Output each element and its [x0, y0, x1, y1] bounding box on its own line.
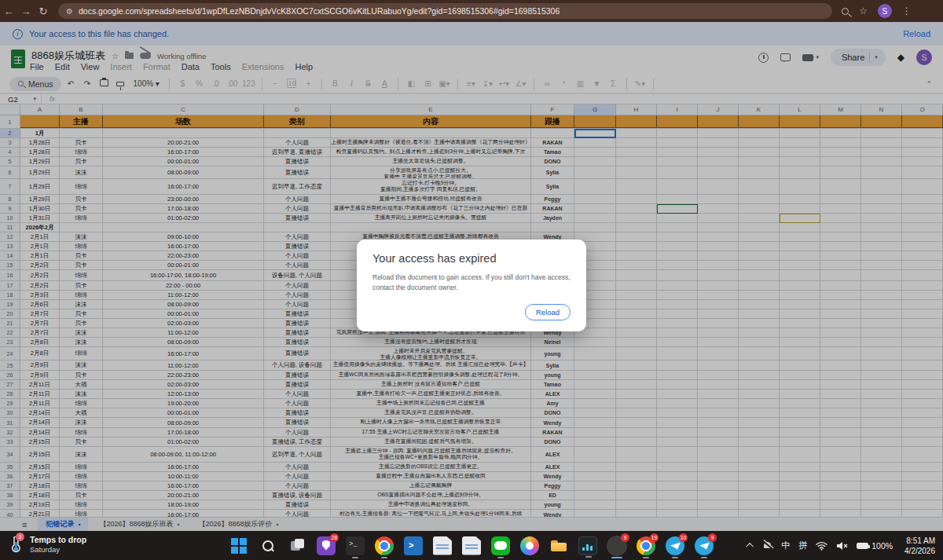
zoom-icon[interactable] — [842, 8, 849, 15]
browser-avatar[interactable]: S — [878, 4, 892, 18]
open-indicator — [672, 557, 678, 558]
dialog-title: Your access has expired — [372, 252, 571, 265]
line-messenger-icon[interactable] — [491, 536, 510, 555]
badge: 10 — [679, 533, 688, 542]
terminal-icon[interactable] — [346, 536, 365, 555]
site-info-icon[interactable]: ⚙ — [66, 7, 73, 16]
bookmark-star-icon[interactable]: ☆ — [859, 5, 868, 16]
telegram-2-icon[interactable]: 9 — [695, 536, 714, 555]
task-manager-icon[interactable] — [578, 536, 597, 555]
telegram-icon[interactable]: 10 — [666, 536, 684, 555]
file-explorer-icon[interactable] — [549, 536, 568, 555]
chrome-active-icon[interactable]: 9 — [607, 536, 626, 555]
back-icon[interactable]: ← — [0, 5, 17, 17]
open-indicator — [381, 557, 387, 558]
powershell-icon[interactable] — [404, 536, 423, 555]
address-bar[interactable]: ⚙ docs.google.com/spreadsheets/d/1wpDfLe… — [58, 3, 832, 19]
open-indicator — [701, 557, 707, 558]
dialog-body: Reload this document to gain access. If … — [372, 273, 571, 293]
wifi-icon[interactable] — [816, 541, 827, 551]
url-text: docs.google.com/spreadsheets/d/1wpDfLezN… — [79, 6, 560, 16]
browser-toolbar: ← → ↻ ⚙ docs.google.com/spreadsheets/d/1… — [0, 0, 943, 22]
page-content: i Your access to this file has changed. … — [0, 22, 943, 531]
badge: 9 — [708, 533, 717, 542]
notifications-off-icon[interactable] — [762, 540, 772, 551]
open-indicator — [352, 557, 358, 558]
volume-muted-icon[interactable] — [836, 541, 848, 551]
text-editor-2-icon[interactable] — [462, 536, 481, 555]
system-tray: 中 拼 100% 8:51 AM 4/2/2026 — [748, 531, 935, 560]
task-view-icon[interactable] — [288, 536, 306, 555]
open-indicator — [585, 556, 592, 558]
screen: ← → ↻ ⚙ docs.google.com/spreadsheets/d/1… — [0, 0, 943, 560]
battery-indicator[interactable]: 100% — [857, 541, 893, 551]
badge: 19 — [650, 533, 659, 542]
search-icon[interactable] — [259, 536, 277, 555]
start-icon[interactable] — [229, 536, 248, 555]
forward-icon[interactable]: → — [17, 5, 35, 17]
chrome-profile-icon[interactable] — [375, 536, 394, 555]
reload-icon[interactable]: ↻ — [35, 5, 52, 17]
security-shield-icon[interactable]: 28 — [317, 536, 336, 555]
badge: 28 — [330, 533, 339, 542]
open-indicator — [611, 557, 622, 558]
text-editor-icon[interactable] — [433, 536, 452, 555]
open-indicator — [497, 557, 504, 558]
access-expired-dialog: Your access has expired Reload this docu… — [357, 240, 586, 331]
weather-badge: 3 — [16, 533, 24, 541]
windows-taskbar: 3 Temps to drop Saturday 28919109 中 拼 10… — [0, 531, 943, 560]
ime-language-button[interactable]: 中 — [781, 540, 790, 551]
browser-menu-icon[interactable]: ⋮ — [902, 5, 912, 16]
copilot-icon[interactable] — [520, 536, 539, 555]
dialog-reload-button[interactable]: Reload — [525, 304, 571, 320]
taskbar-clock[interactable]: 8:51 AM 4/2/2026 — [904, 536, 935, 556]
battery-icon — [857, 543, 868, 549]
badge: 9 — [621, 533, 629, 542]
chrome-2-icon[interactable]: 19 — [637, 536, 655, 555]
open-indicator — [643, 557, 649, 558]
ime-mode-button[interactable]: 拼 — [798, 540, 807, 551]
